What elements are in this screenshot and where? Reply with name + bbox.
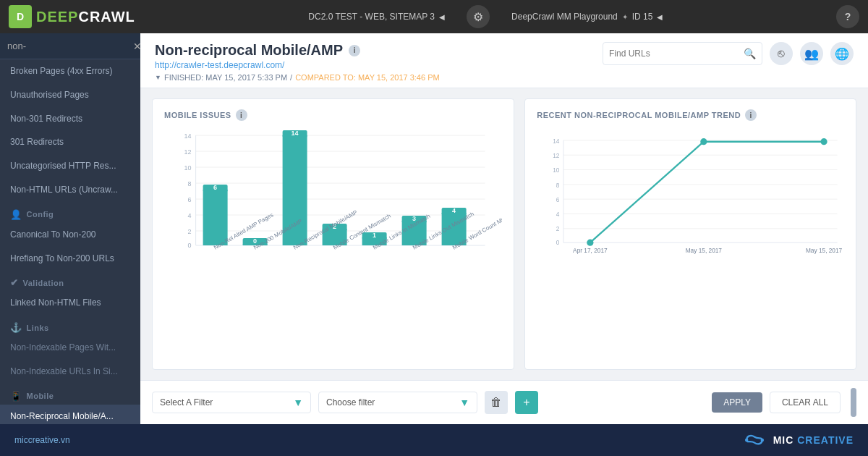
content-meta: ▼ FINISHED: MAY 15, 2017 5:33 PM / COMPA… xyxy=(155,73,854,82)
bar-chart-area: 14 12 10 8 6 4 2 0 6 xyxy=(164,128,502,359)
trend-point-2 xyxy=(700,138,707,145)
logo-icon: D xyxy=(9,5,32,28)
svg-text:14: 14 xyxy=(184,132,192,140)
sidebar-item-canonical[interactable]: Canonical To Non-200 xyxy=(0,223,140,247)
svg-text:2: 2 xyxy=(556,225,560,232)
find-urls-area: 🔍 xyxy=(603,42,762,65)
logo-area[interactable]: D DEEPCRAWL xyxy=(9,5,135,28)
project-arrow: ◀ xyxy=(439,13,445,21)
validation-icon: ✔ xyxy=(10,277,19,288)
select-filter-arrow: ▼ xyxy=(293,397,303,408)
svg-text:2: 2 xyxy=(188,228,192,235)
content-header: Non-reciprocal Mobile/AMP i http://crawl… xyxy=(140,33,868,88)
find-urls-input[interactable] xyxy=(609,48,739,59)
mic-brand-text: MIC CREATIVE xyxy=(773,434,854,446)
sidebar-item-nonindexable-pages[interactable]: Non-Indexable Pages Wit... xyxy=(0,336,140,360)
mic-creative-icon xyxy=(741,431,767,449)
help-button[interactable]: ? xyxy=(836,5,859,28)
trend-line xyxy=(590,142,824,242)
clear-search-icon[interactable]: ✕ xyxy=(133,41,140,52)
svg-text:8: 8 xyxy=(188,180,192,187)
bar-chart-svg: 14 12 10 8 6 4 2 0 6 xyxy=(164,128,502,273)
title-info-icon[interactable]: i xyxy=(349,45,360,56)
svg-text:4: 4 xyxy=(188,212,192,219)
trend-card: RECENT NON-RECIPROCAL MOBILE/AMP TREND i xyxy=(524,98,856,370)
mobile-issues-card: MOBILE ISSUES i xyxy=(152,98,514,370)
share-button[interactable]: ⎋ xyxy=(770,42,793,65)
delete-filter-button[interactable]: 🗑 xyxy=(485,391,508,414)
sidebar-item-hrefiang[interactable]: Hrefiang To Non-200 URLs xyxy=(0,247,140,271)
select-filter-dropdown[interactable]: Select A Filter ▼ xyxy=(152,392,311,413)
content-url[interactable]: http://crawler-test.deepcrawl.com/ xyxy=(155,60,360,70)
main-layout: ✕ ☰ Broken Pages (4xx Errors) Unauthoris… xyxy=(0,33,868,424)
svg-text:Apr 17, 2017: Apr 17, 2017 xyxy=(573,247,608,254)
mic-logo: MIC CREATIVE xyxy=(741,431,854,449)
svg-text:14: 14 xyxy=(292,130,299,137)
meta-arrow: ▼ xyxy=(155,74,161,81)
nav-playground[interactable]: DeepCrawl MM Playground ✦ ID 15 ◀ xyxy=(504,5,670,28)
sidebar-item-nonindexable-urls[interactable]: Non-Indexable URLs In Si... xyxy=(0,360,140,384)
clear-all-button[interactable]: CLEAR ALL xyxy=(770,392,841,413)
nav-right: ? xyxy=(836,5,859,28)
apply-button[interactable]: APPLY xyxy=(712,392,762,413)
svg-point-59 xyxy=(760,439,764,442)
sidebar-section-mobile: 📱 Mobile xyxy=(0,384,140,405)
charts-area: MOBILE ISSUES i xyxy=(140,88,868,380)
sidebar-item-uncategorised[interactable]: Uncategorised HTTP Res... xyxy=(0,154,140,178)
sidebar-item-linked-nonhtml[interactable]: Linked Non-HTML Files xyxy=(0,291,140,315)
trend-point-1 xyxy=(587,240,593,246)
svg-text:0: 0 xyxy=(556,239,560,246)
choose-filter-dropdown[interactable]: Choose filter ▼ xyxy=(318,392,477,413)
footer-url: miccreative.vn xyxy=(14,435,70,445)
mobile-issues-title: MOBILE ISSUES i xyxy=(164,109,502,121)
trend-info-icon[interactable]: i xyxy=(745,109,757,121)
mobile-icon: 📱 xyxy=(10,391,22,402)
svg-text:12: 12 xyxy=(553,152,560,159)
svg-point-58 xyxy=(745,439,749,442)
choose-filter-arrow: ▼ xyxy=(459,397,469,408)
links-icon: ⚓ xyxy=(10,322,22,333)
svg-text:4: 4 xyxy=(556,211,560,218)
sidebar-item-unauthorised[interactable]: Unauthorised Pages xyxy=(0,83,140,107)
sidebar: ✕ ☰ Broken Pages (4xx Errors) Unauthoris… xyxy=(0,33,140,424)
logo-text: DEEPCRAWL xyxy=(36,9,135,25)
line-chart-area: 14 12 10 8 6 4 2 0 xyxy=(537,128,844,359)
svg-text:14: 14 xyxy=(553,138,560,145)
svg-text:0: 0 xyxy=(188,242,192,249)
users-button[interactable]: 👥 xyxy=(800,42,823,65)
sidebar-item-broken-pages[interactable]: Broken Pages (4xx Errors) xyxy=(0,59,140,83)
sidebar-section-validation: ✔ Validation xyxy=(0,270,140,291)
sidebar-item-301[interactable]: 301 Redirects xyxy=(0,130,140,154)
trend-title: RECENT NON-RECIPROCAL MOBILE/AMP TREND i xyxy=(537,109,844,121)
svg-text:May 15, 2017: May 15, 2017 xyxy=(806,247,843,254)
bar-nonrel xyxy=(203,190,228,245)
sidebar-item-nonhtml[interactable]: Non-HTML URLs (Uncraw... xyxy=(0,178,140,202)
trend-point-3 xyxy=(821,138,827,145)
settings-button[interactable]: ⚙ xyxy=(467,5,490,28)
footer-right: MIC CREATIVE xyxy=(741,431,854,449)
svg-text:8: 8 xyxy=(556,182,560,189)
nav-project[interactable]: DC2.0 TEST - WEB, SITEMAP 3 ◀ xyxy=(301,5,452,28)
search-icon[interactable]: 🔍 xyxy=(744,48,756,59)
scrollbar-thumb[interactable] xyxy=(851,388,856,417)
content-panel: Non-reciprocal Mobile/AMP i http://crawl… xyxy=(140,33,868,424)
globe-button[interactable]: 🌐 xyxy=(830,42,854,65)
line-chart-svg: 14 12 10 8 6 4 2 0 xyxy=(537,128,844,273)
svg-text:May 15, 2017: May 15, 2017 xyxy=(686,247,723,254)
sidebar-section-config: 👤 Config xyxy=(0,202,140,223)
content-title-area: Non-reciprocal Mobile/AMP i http://crawl… xyxy=(155,42,360,70)
sidebar-item-nonreciprocal[interactable]: Non-Reciprocal Mobile/A... xyxy=(0,405,140,424)
filter-area: Select A Filter ▼ Choose filter ▼ 🗑 + AP… xyxy=(140,380,868,424)
sidebar-search-area: ✕ ☰ xyxy=(0,33,140,59)
svg-text:10: 10 xyxy=(184,164,192,172)
add-filter-button[interactable]: + xyxy=(515,391,538,414)
search-input[interactable] xyxy=(7,41,129,51)
sidebar-item-non301[interactable]: Non-301 Redirects xyxy=(0,107,140,131)
mobile-issues-info-icon[interactable]: i xyxy=(236,109,247,121)
config-icon: 👤 xyxy=(10,209,22,220)
svg-text:10: 10 xyxy=(553,166,560,174)
header-actions: 🔍 ⎋ 👥 🌐 xyxy=(603,42,854,65)
content-header-top: Non-reciprocal Mobile/AMP i http://crawl… xyxy=(155,42,854,70)
svg-text:6: 6 xyxy=(213,184,217,191)
svg-text:12: 12 xyxy=(184,148,192,156)
